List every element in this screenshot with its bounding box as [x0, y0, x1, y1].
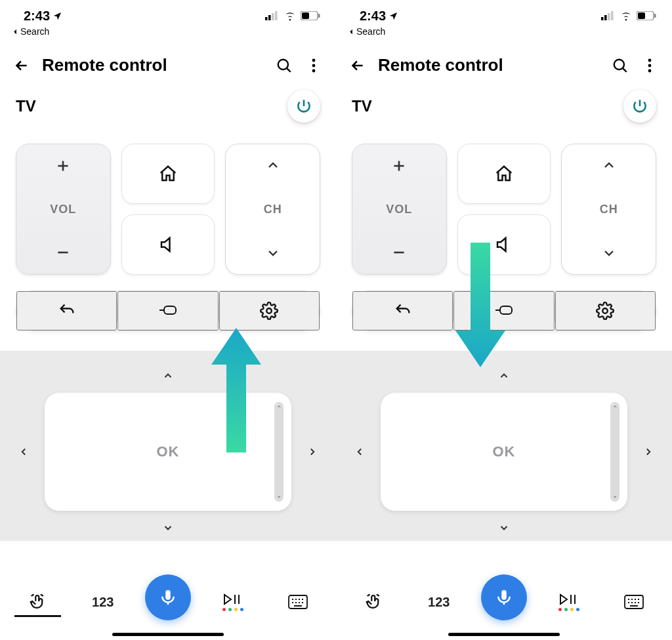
mute-button[interactable] [121, 214, 215, 275]
more-button[interactable] [304, 58, 323, 73]
ok-label: OK [157, 443, 180, 460]
dpad-down[interactable] [155, 515, 181, 541]
ok-pad[interactable]: OK ⌃⌄ [381, 393, 627, 511]
tab-numpad-label: 123 [92, 595, 114, 610]
phone-right: 2:43 Search Remote control TV [336, 0, 672, 640]
keyboard-icon [624, 595, 644, 609]
channel-up-button[interactable] [265, 157, 281, 173]
svg-rect-3 [275, 11, 278, 20]
gear-icon [260, 302, 278, 320]
dpad-area: OK ⌃ ⌄ [0, 351, 336, 541]
kebab-icon [648, 58, 652, 73]
scroll-down-caret-icon: ⌄ [612, 492, 618, 499]
svg-point-22 [648, 58, 652, 62]
channel-label: CH [600, 203, 618, 216]
back-button[interactable] [349, 57, 366, 74]
tri-row [16, 290, 320, 331]
back-to-search-label: Search [20, 26, 49, 37]
settings-button[interactable] [555, 291, 656, 330]
return-icon [58, 302, 76, 320]
cellular-icon [601, 11, 616, 20]
dpad-right[interactable] [635, 439, 662, 465]
dpad-left[interactable] [346, 439, 373, 465]
dpad-left[interactable] [10, 439, 37, 465]
svg-point-8 [312, 58, 316, 62]
color-dots [222, 608, 243, 611]
tab-touch[interactable] [341, 592, 406, 612]
chevron-down-icon [601, 245, 617, 261]
device-name: TV [16, 97, 36, 115]
chevron-up-icon [162, 370, 174, 382]
tab-numpad[interactable]: 123 [406, 595, 471, 610]
wifi-icon [284, 10, 297, 21]
volume-up-button[interactable] [54, 157, 72, 174]
svg-rect-16 [608, 13, 610, 20]
tab-mic[interactable] [471, 584, 536, 620]
chevron-up-icon [498, 370, 510, 382]
power-button[interactable] [623, 90, 656, 123]
tab-playback[interactable] [537, 593, 602, 611]
svg-rect-14 [601, 17, 604, 20]
tab-mic[interactable] [135, 584, 200, 620]
status-time: 2:43 [24, 9, 62, 24]
return-button[interactable] [352, 291, 453, 330]
tab-keyboard[interactable] [266, 595, 331, 609]
tab-touch[interactable] [5, 592, 70, 612]
volume-down-button[interactable] [54, 244, 72, 261]
home-icon [158, 164, 178, 184]
dpad-down[interactable] [491, 515, 517, 541]
search-button[interactable] [276, 57, 293, 74]
ok-scroll-indicator[interactable]: ⌃ ⌄ [274, 402, 284, 502]
settings-button[interactable] [219, 291, 320, 330]
channel-down-button[interactable] [601, 245, 617, 261]
svg-rect-19 [638, 12, 645, 19]
svg-rect-11 [164, 306, 176, 314]
volume-down-button[interactable] [390, 244, 408, 261]
more-button[interactable] [640, 58, 659, 73]
arrow-left-icon [349, 57, 366, 74]
svg-rect-2 [272, 13, 274, 20]
dpad-right[interactable] [299, 439, 326, 465]
channel-down-button[interactable] [265, 245, 281, 261]
tab-playback[interactable] [201, 593, 266, 611]
ok-scroll-indicator[interactable]: ⌃⌄ [610, 402, 620, 502]
svg-rect-17 [611, 11, 614, 20]
dpad: OK ⌃ ⌄ [10, 363, 326, 541]
wifi-icon [620, 10, 633, 21]
dpad-up[interactable] [155, 363, 181, 389]
chevron-left-icon [18, 446, 30, 458]
svg-rect-0 [265, 17, 268, 20]
svg-point-23 [648, 64, 652, 67]
search-button[interactable] [612, 57, 629, 74]
tab-numpad[interactable]: 123 [70, 595, 135, 610]
status-right [601, 10, 656, 21]
page-title: Remote control [378, 55, 600, 75]
channel-label: CH [264, 203, 282, 216]
chevron-down-icon [162, 522, 174, 534]
svg-point-12 [267, 308, 272, 313]
back-to-search-label: Search [356, 26, 385, 37]
return-button[interactable] [16, 291, 117, 330]
play-pause-icon [559, 593, 579, 605]
middle-buttons [121, 144, 215, 275]
back-button[interactable] [13, 57, 30, 74]
back-to-search[interactable]: Search [0, 26, 336, 39]
svg-point-7 [278, 59, 288, 69]
tab-keyboard[interactable] [602, 595, 667, 609]
gear-icon [596, 302, 614, 320]
tabbar: 123 [336, 576, 672, 628]
input-button[interactable] [117, 291, 218, 330]
home-button[interactable] [457, 144, 551, 204]
chevron-down-icon [498, 522, 510, 534]
svg-rect-20 [654, 14, 656, 18]
volume-up-button[interactable] [390, 157, 408, 174]
home-button[interactable] [121, 144, 215, 204]
power-button[interactable] [287, 90, 320, 123]
channel-rocker: CH [225, 144, 320, 275]
back-to-search[interactable]: Search [336, 26, 672, 39]
scroll-down-caret-icon: ⌄ [276, 492, 282, 499]
channel-up-button[interactable] [601, 157, 617, 173]
svg-rect-27 [625, 595, 643, 609]
dpad: OK ⌃⌄ [346, 363, 662, 541]
svg-point-9 [312, 64, 316, 67]
